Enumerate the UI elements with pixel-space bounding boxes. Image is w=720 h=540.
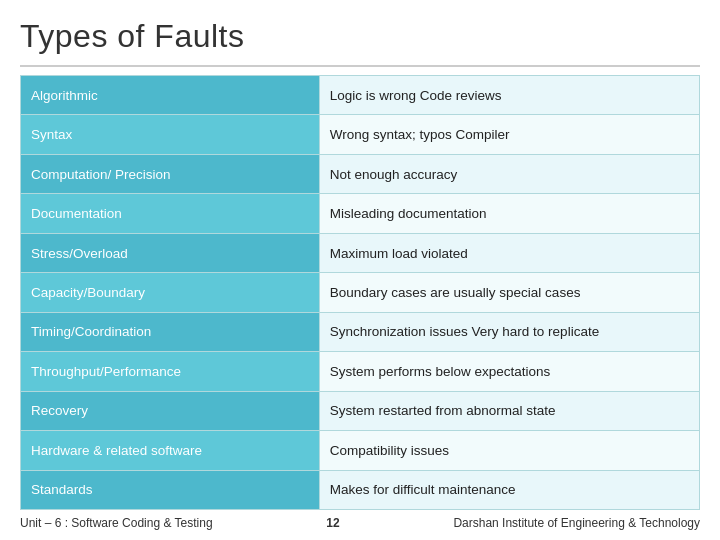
table-row: Computation/ PrecisionNot enough accurac… [21,154,700,193]
fault-type: Documentation [21,194,320,233]
fault-description: System performs below expectations [319,352,699,391]
page-title: Types of Faults [20,18,700,55]
fault-description: Wrong syntax; typos Compiler [319,115,699,154]
fault-description: Boundary cases are usually special cases [319,273,699,312]
table-row: SyntaxWrong syntax; typos Compiler [21,115,700,154]
table-row: Throughput/PerformanceSystem performs be… [21,352,700,391]
table-row: AlgorithmicLogic is wrong Code reviews [21,76,700,115]
footer: Unit – 6 : Software Coding & Testing 12 … [20,516,700,530]
fault-type: Throughput/Performance [21,352,320,391]
table-row: Stress/OverloadMaximum load violated [21,233,700,272]
fault-description: Compatibility issues [319,431,699,470]
fault-type: Stress/Overload [21,233,320,272]
fault-type: Hardware & related software [21,431,320,470]
fault-description: Not enough accuracy [319,154,699,193]
table-row: Timing/CoordinationSynchronization issue… [21,312,700,351]
fault-description: System restarted from abnormal state [319,391,699,430]
table-row: StandardsMakes for difficult maintenance [21,470,700,509]
table-row: DocumentationMisleading documentation [21,194,700,233]
table-row: Hardware & related softwareCompatibility… [21,431,700,470]
footer-right: Darshan Institute of Engineering & Techn… [453,516,700,530]
fault-type: Standards [21,470,320,509]
divider [20,65,700,67]
page: Types of Faults AlgorithmicLogic is wron… [0,0,720,540]
fault-type: Syntax [21,115,320,154]
fault-description: Logic is wrong Code reviews [319,76,699,115]
fault-type: Recovery [21,391,320,430]
fault-description: Misleading documentation [319,194,699,233]
table-row: RecoverySystem restarted from abnormal s… [21,391,700,430]
fault-type: Timing/Coordination [21,312,320,351]
fault-type: Algorithmic [21,76,320,115]
fault-type: Computation/ Precision [21,154,320,193]
footer-left: Unit – 6 : Software Coding & Testing [20,516,213,530]
fault-type: Capacity/Boundary [21,273,320,312]
fault-description: Synchronization issues Very hard to repl… [319,312,699,351]
table-row: Capacity/BoundaryBoundary cases are usua… [21,273,700,312]
fault-description: Makes for difficult maintenance [319,470,699,509]
footer-page: 12 [326,516,339,530]
faults-table: AlgorithmicLogic is wrong Code reviewsSy… [20,75,700,510]
fault-description: Maximum load violated [319,233,699,272]
